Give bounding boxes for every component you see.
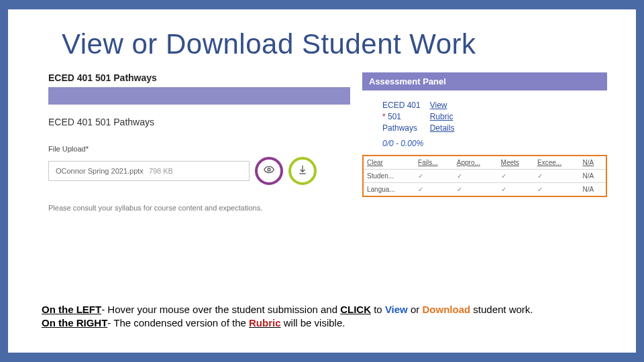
check-icon[interactable]: ✓	[453, 170, 498, 183]
course-line-0: ECED 401	[382, 100, 421, 111]
check-icon[interactable]: ✓	[498, 170, 534, 183]
left-panel: ECED 401 501 Pathways ECED 401 501 Pathw…	[48, 72, 350, 212]
rubric-body: Studen... ✓ ✓ ✓ ✓ N/A Langua... ✓ ✓ ✓ ✓ …	[363, 170, 606, 197]
toolbar-bar	[48, 87, 350, 105]
rubric-col-appro: Appro...	[453, 156, 498, 170]
assessment-links-row: ECED 401 * 501 Pathways View Rubric Deta…	[382, 100, 607, 133]
rubric-col-na: N/A	[580, 156, 607, 170]
view-link[interactable]: View	[430, 100, 455, 111]
caption-download: Download	[422, 304, 470, 315]
slide-title: View or Download Student Work	[62, 28, 616, 60]
eye-icon	[264, 164, 274, 178]
row-na: N/A	[580, 170, 607, 183]
caption-text: student work.	[470, 304, 533, 315]
check-icon[interactable]: ✓	[415, 183, 453, 197]
row-label: Langua...	[363, 183, 415, 197]
caption-text: - The condensed version of the	[107, 317, 249, 328]
course-code-column: ECED 401 * 501 Pathways	[382, 100, 421, 133]
check-icon[interactable]: ✓	[498, 183, 534, 197]
caption-rubric: Rubric	[249, 317, 281, 328]
row-label: Studen...	[363, 170, 415, 183]
rubric-col-fails: Fails...	[415, 156, 453, 170]
action-links-column: View Rubric Details	[430, 100, 455, 133]
svg-point-0	[268, 168, 270, 171]
caption-text: will be visible.	[281, 317, 345, 328]
rubric-table: Clear Fails... Appro... Meets Excee... N…	[362, 155, 607, 197]
course-subtitle: ECED 401 501 Pathways	[48, 117, 350, 127]
caption-text: - Hover your mouse over the student subm…	[101, 304, 340, 315]
file-upload-label: File Upload*	[48, 145, 350, 153]
check-icon[interactable]: ✓	[415, 170, 453, 183]
course-line-2: Pathways	[382, 123, 421, 134]
left-footnote: Please consult your syllabus for course …	[48, 204, 350, 212]
rubric-link[interactable]: Rubric	[430, 111, 455, 123]
required-star-icon: *	[382, 112, 388, 121]
caption-view: View	[385, 304, 408, 315]
caption-click: CLICK	[340, 304, 371, 315]
details-link[interactable]: Details	[430, 123, 455, 134]
check-icon[interactable]: ✓	[534, 183, 579, 197]
caption-text: or	[408, 304, 423, 315]
file-size: 798 KB	[149, 167, 173, 175]
row-na: N/A	[580, 183, 607, 197]
course-header: ECED 401 501 Pathways	[48, 72, 350, 83]
caption-right-prefix: On the RIGHT	[42, 317, 107, 328]
slide-frame: View or Download Student Work ECED 401 5…	[0, 0, 644, 362]
caption-block: On the LEFT- Hover your mouse over the s…	[42, 303, 602, 330]
file-box[interactable]: OConnor Spring 2021.pptx 798 KB	[48, 161, 250, 181]
content-columns: ECED 401 501 Pathways ECED 401 501 Pathw…	[48, 72, 613, 212]
upload-row: OConnor Spring 2021.pptx 798 KB	[48, 157, 350, 185]
rubric-col-excee: Excee...	[534, 156, 579, 170]
table-row: Studen... ✓ ✓ ✓ ✓ N/A	[363, 170, 606, 183]
file-name: OConnor Spring 2021.pptx	[56, 167, 144, 175]
caption-line-2: On the RIGHT- The condensed version of t…	[42, 316, 602, 330]
view-button[interactable]	[255, 157, 283, 185]
right-panel: Assessment Panel ECED 401 * 501 Pathways…	[362, 72, 607, 212]
assessment-panel-header: Assessment Panel	[362, 72, 607, 90]
check-icon[interactable]: ✓	[453, 183, 498, 197]
download-icon	[297, 164, 308, 178]
rubric-col-clear[interactable]: Clear	[363, 156, 415, 170]
rubric-col-meets: Meets	[498, 156, 534, 170]
check-icon[interactable]: ✓	[534, 170, 579, 183]
score-line: 0/0 - 0.00%	[382, 139, 607, 148]
caption-line-1: On the LEFT- Hover your mouse over the s…	[42, 303, 602, 316]
download-button[interactable]	[288, 157, 317, 185]
caption-left-prefix: On the LEFT	[42, 304, 101, 315]
caption-text: to	[371, 304, 385, 315]
course-line-1: * 501	[382, 111, 421, 123]
table-row: Langua... ✓ ✓ ✓ ✓ N/A	[363, 183, 606, 197]
rubric-header-row: Clear Fails... Appro... Meets Excee... N…	[363, 156, 606, 170]
